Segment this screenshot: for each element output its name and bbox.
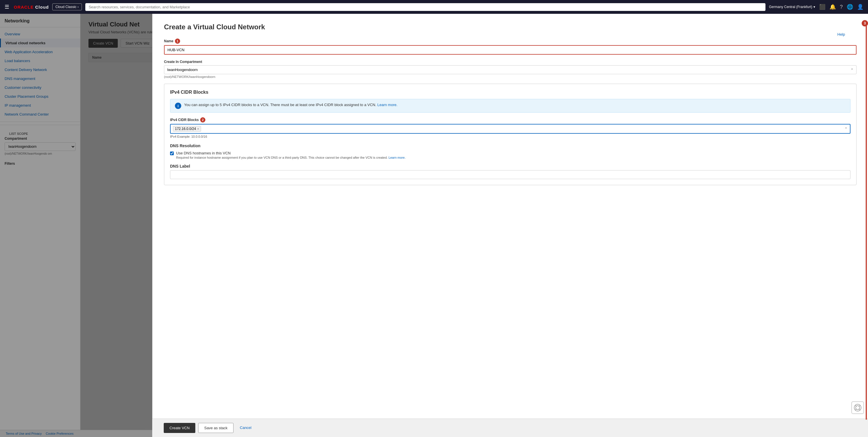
compartment-dropdown[interactable]: IwanHoogendoorn	[164, 65, 857, 74]
save-as-stack-button[interactable]: Save as stack	[198, 423, 234, 433]
globe-icon[interactable]: 🌐	[847, 4, 853, 10]
name-form-group: Name 1	[164, 38, 857, 55]
create-vcn-modal: Create a Virtual Cloud Network Help Name…	[152, 14, 868, 437]
dns-label-input[interactable]	[170, 170, 850, 179]
step-2-badge: 2	[200, 117, 205, 122]
cidr-example: IPv4 Example: 10.0.0.0/16	[170, 135, 850, 138]
ipv4-cidr-section: IPv4 CIDR Blocks i You can assign up to …	[164, 84, 857, 185]
dns-resolution-section: DNS Resolution Use DNS hostnames in this…	[170, 143, 850, 159]
help-link[interactable]: Help	[837, 32, 845, 36]
cidr-form-group: IPv4 CIDR Blocks 2 172.16.0.0/24 × ⌃ IPv…	[170, 117, 850, 138]
top-navbar: ☰ ORACLE Cloud Cloud Classic › Germany C…	[0, 0, 868, 14]
region-selector[interactable]: Germany Central (Frankfurt) ▾	[769, 5, 815, 9]
cancel-button[interactable]: Cancel	[237, 423, 255, 433]
cidr-arrow-icon: ⌃	[844, 127, 847, 131]
hamburger-icon[interactable]: ☰	[5, 4, 9, 10]
modal-footer: Create VCN Save as stack Cancel	[152, 418, 868, 437]
dns-learn-more-link[interactable]: Learn more.	[389, 156, 406, 159]
info-box: i You can assign up to 5 IPv4 CIDR block…	[170, 99, 850, 113]
help-icon[interactable]: ?	[840, 4, 843, 10]
bell-icon[interactable]: 🔔	[830, 4, 836, 10]
support-icon[interactable]	[851, 401, 864, 414]
red-border-indicator	[866, 23, 867, 420]
dns-label-title: DNS Label	[170, 164, 850, 169]
modal-title: Create a Virtual Cloud Network	[164, 23, 857, 31]
step-3-badge: 3	[862, 20, 868, 26]
dns-label-section: DNS Label	[170, 164, 850, 179]
dns-resolution-title: DNS Resolution	[170, 143, 850, 148]
info-icon: i	[175, 103, 181, 109]
create-in-compartment-label: Create In Compartment	[164, 60, 857, 64]
cidr-tag: 172.16.0.0/24 ×	[173, 126, 201, 132]
cidr-input-row[interactable]: 172.16.0.0/24 × ⌃	[170, 124, 850, 134]
dns-hostname-checkbox[interactable]	[170, 151, 174, 155]
cloud-classic-button[interactable]: Cloud Classic ›	[52, 3, 82, 10]
search-input[interactable]	[85, 3, 766, 11]
create-vcn-footer-button[interactable]: Create VCN	[164, 423, 195, 433]
ipv4-section-title: IPv4 CIDR Blocks	[170, 90, 850, 95]
info-learn-more-link[interactable]: Learn more.	[377, 103, 398, 107]
compartment-sub-text: (root)/NETWORK/IwanHoogendoorn	[164, 75, 857, 79]
dns-checkbox-label[interactable]: Use DNS hostnames in this VCN	[176, 151, 230, 155]
dns-checkbox-row: Use DNS hostnames in this VCN Required f…	[170, 151, 850, 159]
cidr-tag-remove[interactable]: ×	[197, 127, 199, 130]
name-input[interactable]	[164, 45, 857, 55]
compartment-form-group: Create In Compartment IwanHoogendoorn ⌃ …	[164, 60, 857, 79]
name-label: Name 1	[164, 38, 857, 44]
compartment-select-wrapper: IwanHoogendoorn ⌃	[164, 65, 857, 74]
dns-checkbox-desc: Required for instance hostname assignmen…	[176, 156, 406, 159]
user-icon[interactable]: 👤	[857, 4, 863, 10]
cidr-text-input[interactable]	[203, 127, 844, 131]
nav-right: Germany Central (Frankfurt) ▾ ⬛ 🔔 ? 🌐 👤	[769, 4, 863, 10]
step-1-badge: 1	[175, 38, 180, 44]
oracle-logo: ORACLE Cloud	[14, 5, 49, 9]
cidr-blocks-label: IPv4 CIDR Blocks 2	[170, 117, 850, 122]
monitor-icon[interactable]: ⬛	[819, 4, 826, 10]
